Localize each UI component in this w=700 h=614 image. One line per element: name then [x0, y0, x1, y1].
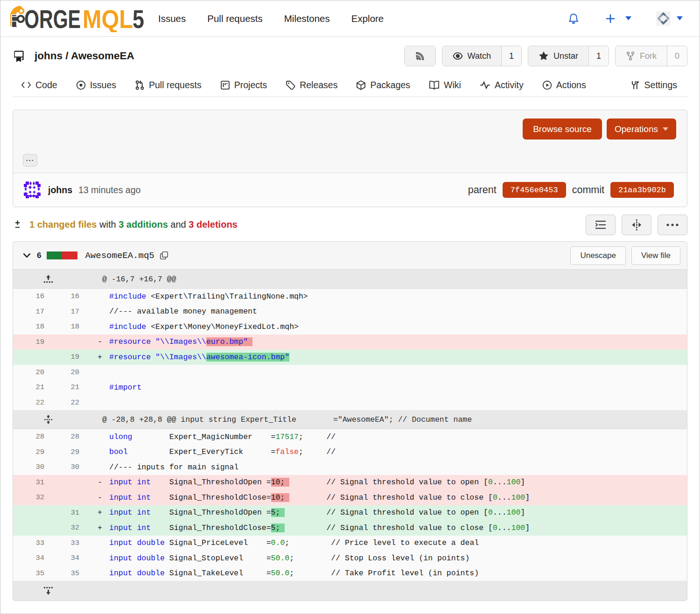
svg-text:MQL: MQL [83, 5, 133, 32]
svg-text:5: 5 [133, 5, 144, 32]
svg-text:ORGE: ORGE [24, 5, 81, 32]
